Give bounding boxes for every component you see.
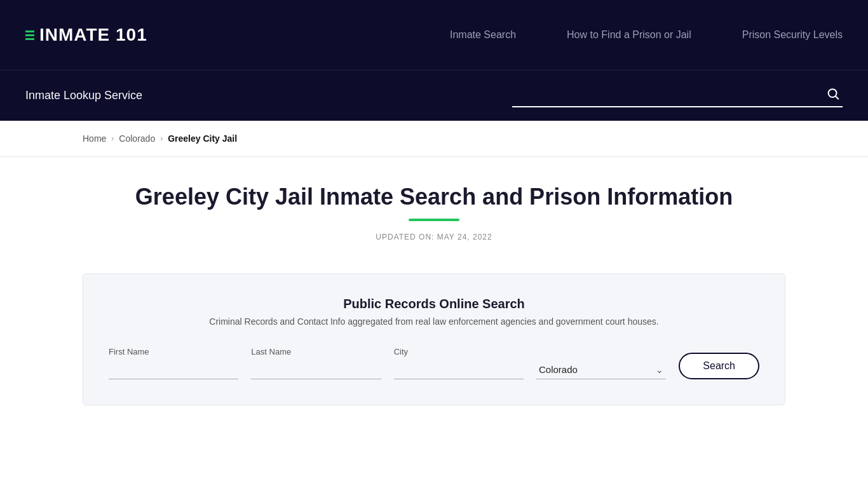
updated-date: UPDATED ON: MAY 24, 2022 — [83, 233, 785, 241]
search-icon — [826, 86, 840, 100]
breadcrumb-current: Greeley City Jail — [168, 133, 237, 144]
page-title: Greeley City Jail Inmate Search and Pris… — [83, 182, 785, 212]
logo-bars-icon — [25, 30, 34, 40]
breadcrumb-sep-1: › — [111, 134, 114, 143]
first-name-input[interactable] — [109, 360, 238, 379]
records-card-title: Public Records Online Search — [109, 297, 759, 311]
search-section-label: Inmate Lookup Service — [25, 89, 142, 102]
search-bar-section: Inmate Lookup Service — [0, 70, 868, 121]
state-field: Colorado Alabama Alaska Arizona Arkansas… — [536, 360, 666, 379]
search-input[interactable] — [512, 85, 843, 106]
breadcrumb: Home › Colorado › Greeley City Jail — [83, 133, 785, 144]
city-input[interactable] — [394, 360, 524, 379]
nav-item-inmate-search[interactable]: Inmate Search — [450, 29, 516, 41]
records-card-description: Criminal Records and Contact Info aggreg… — [109, 316, 759, 327]
last-name-input[interactable] — [251, 360, 381, 379]
state-select[interactable]: Colorado Alabama Alaska Arizona Arkansas… — [536, 360, 666, 379]
logo-link[interactable]: INMATE 101 — [25, 25, 147, 45]
search-button[interactable]: Search — [679, 353, 759, 379]
title-underline — [409, 219, 459, 221]
logo-text: INMATE 101 — [39, 25, 147, 45]
city-field: City — [394, 347, 524, 379]
main-nav: Inmate Search How to Find a Prison or Ja… — [450, 29, 843, 41]
header: INMATE 101 Inmate Search How to Find a P… — [0, 0, 868, 70]
main-content: Greeley City Jail Inmate Search and Pris… — [0, 157, 868, 431]
breadcrumb-state[interactable]: Colorado — [119, 133, 155, 144]
nav-item-prison-security[interactable]: Prison Security Levels — [742, 29, 843, 41]
last-name-field: Last Name — [251, 347, 381, 379]
breadcrumb-sep-2: › — [160, 134, 163, 143]
city-label: City — [394, 347, 524, 356]
last-name-label: Last Name — [251, 347, 381, 356]
svg-line-1 — [836, 96, 838, 98]
breadcrumb-home[interactable]: Home — [83, 133, 106, 144]
public-records-card: Public Records Online Search Criminal Re… — [83, 273, 785, 405]
search-icon-button[interactable] — [826, 86, 840, 104]
first-name-label: First Name — [109, 347, 238, 356]
search-input-wrapper — [512, 85, 843, 107]
first-name-field: First Name — [109, 347, 238, 379]
nav-item-how-to-find[interactable]: How to Find a Prison or Jail — [567, 29, 691, 41]
records-form: First Name Last Name City Colorado Alaba… — [109, 347, 759, 379]
breadcrumb-section: Home › Colorado › Greeley City Jail — [0, 121, 868, 157]
